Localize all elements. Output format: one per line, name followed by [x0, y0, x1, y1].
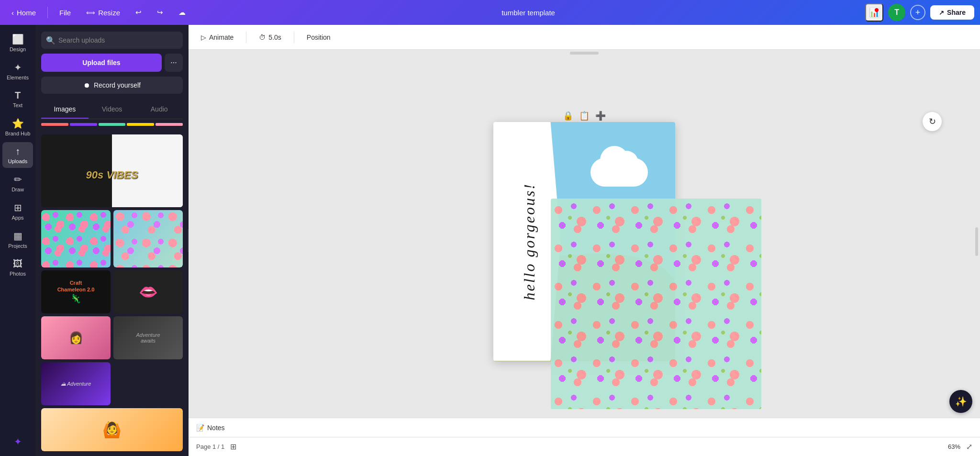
grid-view-icon[interactable]: ⊞ — [230, 442, 236, 451]
plus-icon: + — [915, 8, 921, 18]
lock-icon[interactable]: 🔒 — [563, 111, 573, 121]
sidebar-item-apps-bottom[interactable]: ✦ — [2, 432, 33, 451]
uploads-panel: 🔍 Upload files ··· ⏺ Record yourself Ima… — [35, 25, 189, 456]
add-collaborator-button[interactable]: + — [910, 5, 925, 20]
photos-icon: 🖼 — [13, 258, 22, 269]
animate-icon: ▷ — [201, 33, 206, 41]
position-button[interactable]: Position — [302, 31, 335, 44]
clock-icon: ⏱ — [259, 33, 266, 41]
record-yourself-button[interactable]: ⏺ Record yourself — [41, 77, 183, 94]
sidebar-item-uploads[interactable]: ↑ Uploads — [2, 142, 33, 168]
elements-label: Elements — [7, 75, 29, 80]
canvas-content[interactable]: 🔒 📋 ➕ hello gorgeous! — [189, 50, 980, 433]
file-button[interactable]: File — [54, 6, 77, 20]
notes-button[interactable]: 📝 Notes — [196, 424, 225, 432]
design-icon: ⬜ — [12, 33, 24, 45]
home-button[interactable]: ‹ Home — [6, 6, 42, 20]
text-label: Text — [13, 102, 22, 108]
topbar-separator — [47, 7, 48, 18]
upload-files-button[interactable]: Upload files — [41, 54, 162, 72]
resize-button[interactable]: ⟺ Resize — [80, 6, 126, 20]
home-chevron-icon: ‹ — [11, 9, 14, 17]
duration-label: 5.0s — [268, 33, 281, 41]
position-label: Position — [307, 33, 331, 41]
list-item[interactable] — [113, 210, 183, 267]
tab-audio-label: Audio — [151, 105, 168, 113]
list-item[interactable]: 👄 — [113, 270, 183, 313]
topbar-center: tumbler template — [195, 9, 861, 17]
refresh-button[interactable]: ↻ — [923, 112, 942, 131]
copy-format-icon[interactable]: 📋 — [579, 111, 590, 121]
upload-files-label: Upload files — [82, 59, 120, 67]
sidebar-item-photos[interactable]: 🖼 Photos — [2, 255, 33, 280]
sidebar-item-brand-hub[interactable]: ⭐ Brand Hub — [2, 114, 33, 140]
color-chip-1 — [41, 123, 68, 126]
hide-panel-button[interactable]: ‹ — [188, 229, 189, 252]
elements-icon: ✦ — [14, 62, 22, 73]
upload-more-button[interactable]: ··· — [165, 54, 183, 72]
redo-button[interactable]: ↪ — [151, 5, 169, 20]
apps-label: Apps — [11, 215, 23, 221]
text-icon: T — [15, 90, 21, 101]
canvas-toolbar: ▷ Animate ⏱ 5.0s Position — [189, 25, 980, 50]
toolbar-separator-2 — [294, 32, 294, 43]
record-label: Record yourself — [94, 81, 141, 89]
list-item[interactable]: ⛰ Adventure — [41, 362, 111, 405]
draw-label: Draw — [11, 187, 24, 192]
draw-icon: ✏ — [14, 174, 22, 185]
animate-button[interactable]: ▷ Animate — [196, 31, 238, 44]
tab-videos-label: Videos — [102, 105, 122, 113]
canvas-workspace: 🔒 📋 ➕ hello gorgeous! — [493, 122, 675, 361]
resize-label: Resize — [98, 9, 120, 17]
tab-videos[interactable]: Videos — [89, 100, 136, 119]
toolbar-separator — [246, 32, 246, 43]
list-item[interactable]: CraftChameleon 2.0 🦎 — [41, 270, 111, 313]
scroll-handle-right[interactable] — [975, 227, 978, 256]
assistant-button[interactable]: ✨ — [949, 390, 972, 413]
topbar-right: 📊 T + ↗ Share — [865, 3, 974, 22]
tab-audio[interactable]: Audio — [135, 100, 183, 119]
list-item[interactable]: 90s VIBES — [41, 134, 183, 207]
sidebar-item-apps[interactable]: ⊞ Apps — [2, 198, 33, 224]
avatar[interactable]: T — [888, 4, 905, 21]
redo-icon: ↪ — [157, 8, 163, 17]
sidebar-item-projects[interactable]: ▦ Projects — [2, 226, 33, 253]
search-container: 🔍 — [41, 32, 183, 49]
scroll-handle-top[interactable] — [570, 52, 599, 55]
sidebar-item-design[interactable]: ⬜ Design — [2, 30, 33, 56]
share-button[interactable]: ↗ Share — [930, 5, 974, 20]
undo-icon: ↩ — [135, 8, 142, 17]
refresh-icon: ↻ — [929, 116, 936, 127]
sidebar-item-draw[interactable]: ✏ Draw — [2, 170, 33, 196]
search-input[interactable] — [41, 32, 183, 49]
floral-overlay[interactable] — [551, 199, 761, 409]
assistant-icon: ✨ — [955, 396, 967, 407]
color-chip-2 — [70, 123, 97, 126]
list-item[interactable]: 🙆 — [41, 408, 183, 451]
duration-button[interactable]: ⏱ 5.0s — [254, 31, 286, 44]
add-element-icon[interactable]: ➕ — [595, 111, 606, 121]
color-chip-5 — [156, 123, 183, 126]
list-item[interactable]: Adventureawaits — [113, 316, 183, 359]
record-icon: ⏺ — [83, 81, 90, 89]
upload-files-row: Upload files ··· — [41, 54, 183, 72]
color-chip-4 — [127, 123, 154, 126]
notes-bar: 📝 Notes — [189, 418, 980, 437]
undo-button[interactable]: ↩ — [130, 5, 147, 20]
notes-icon: 📝 — [196, 424, 204, 432]
list-item[interactable] — [41, 210, 111, 267]
animate-label: Animate — [209, 33, 234, 41]
chart-icon-button[interactable]: 📊 — [865, 3, 883, 22]
notes-label: Notes — [207, 424, 225, 432]
cloud-element — [590, 158, 648, 187]
apps-icon: ⊞ — [14, 202, 22, 213]
list-item[interactable]: 👩 — [41, 316, 111, 359]
tab-images[interactable]: Images — [41, 100, 89, 119]
save-cloud-button[interactable]: ☁ — [173, 5, 191, 20]
fit-to-screen-icon[interactable]: ⤢ — [966, 442, 972, 451]
file-label: File — [59, 9, 71, 17]
sidebar-item-elements[interactable]: ✦ Elements — [2, 58, 33, 84]
sidebar-item-text[interactable]: T Text — [2, 86, 33, 112]
document-title[interactable]: tumbler template — [501, 9, 555, 17]
brand-hub-icon: ⭐ — [12, 118, 24, 129]
